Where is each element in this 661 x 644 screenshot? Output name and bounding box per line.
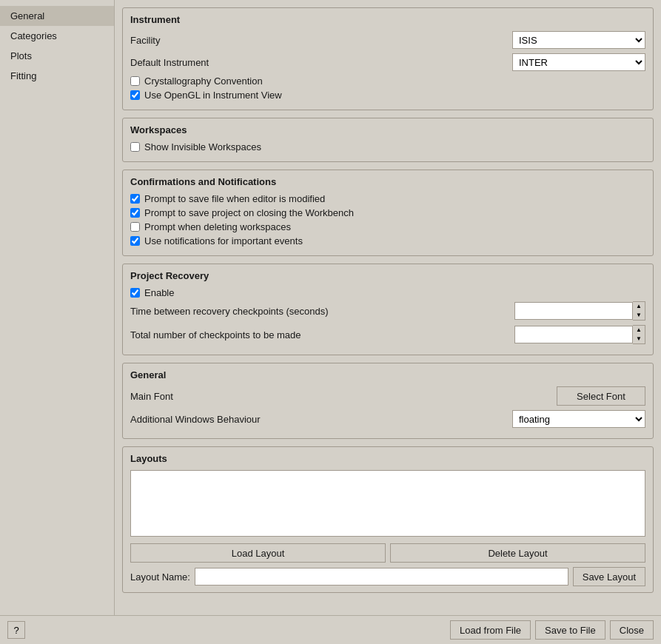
facility-select[interactable]: ISIS SNS ILL [512, 31, 645, 49]
enable-row: Enable [130, 287, 645, 298]
total-checkpoints-spinbox-btns: ▲ ▼ [633, 325, 645, 344]
additional-windows-select[interactable]: floating docked [512, 410, 645, 428]
default-instrument-control: INTER CRISP SURF POLREF [512, 53, 645, 71]
use-notifications-checkbox[interactable] [130, 236, 140, 246]
load-from-file-button[interactable]: Load from File [450, 620, 531, 640]
additional-windows-row: Additional Windows Behaviour floating do… [130, 410, 645, 428]
additional-windows-control: floating docked [512, 410, 645, 428]
project-recovery-title: Project Recovery [130, 270, 645, 281]
opengl-checkbox[interactable] [130, 90, 140, 100]
total-checkpoints-up-btn[interactable]: ▲ [633, 326, 645, 335]
crystallography-label: Crystallography Convention [144, 76, 263, 87]
crystallography-checkbox[interactable] [130, 76, 140, 86]
enable-checkbox[interactable] [130, 288, 140, 298]
load-layout-button[interactable]: Load Layout [130, 543, 386, 563]
layout-name-input[interactable] [195, 568, 568, 586]
total-checkpoints-label: Total number of checkpoints to be made [130, 329, 514, 341]
save-to-file-button[interactable]: Save to File [535, 620, 605, 640]
layout-name-row: Layout Name: Save Layout [130, 567, 645, 586]
confirmations-section: Confirmations and Notifications Prompt t… [122, 170, 654, 256]
facility-label: Facility [130, 35, 512, 46]
layouts-textarea[interactable] [130, 470, 645, 537]
project-recovery-section: Project Recovery Enable Time between rec… [122, 264, 654, 355]
layouts-section: Layouts Load Layout Delete Layout Layout… [122, 446, 654, 593]
additional-windows-label: Additional Windows Behaviour [130, 414, 512, 425]
layout-name-label: Layout Name: [130, 571, 190, 583]
prompt-save-project-checkbox[interactable] [130, 208, 140, 218]
sidebar-item-plots[interactable]: Plots [0, 46, 114, 66]
confirmations-title: Confirmations and Notifications [130, 176, 645, 187]
use-notifications-row: Use notifications for important events [130, 235, 645, 246]
main-font-control: Select Font [557, 386, 645, 406]
show-invisible-checkbox[interactable] [130, 142, 140, 152]
main-font-label: Main Font [130, 391, 557, 402]
total-checkpoints-input[interactable]: 5 [514, 326, 633, 343]
workspaces-title: Workspaces [130, 124, 645, 135]
default-instrument-row: Default Instrument INTER CRISP SURF POLR… [130, 53, 645, 71]
main-font-row: Main Font Select Font [130, 386, 645, 406]
crystallography-row: Crystallography Convention [130, 76, 645, 87]
prompt-delete-checkbox[interactable] [130, 222, 140, 232]
total-checkpoints-control: 5 ▲ ▼ [514, 325, 645, 344]
bottom-left: ? [7, 621, 25, 639]
prompt-save-project-label: Prompt to save project on closing the Wo… [144, 207, 354, 218]
prompt-save-file-label: Prompt to save file when editor is modif… [144, 193, 325, 204]
prompt-save-file-row: Prompt to save file when editor is modif… [130, 193, 645, 204]
workspaces-section: Workspaces Show Invisible Workspaces [122, 118, 654, 162]
opengl-label: Use OpenGL in Instrument View [144, 90, 282, 101]
time-between-down-btn[interactable]: ▼ [633, 311, 645, 320]
prompt-delete-row: Prompt when deleting workspaces [130, 221, 645, 232]
sidebar-item-categories[interactable]: Categories [0, 26, 114, 46]
general-settings-section: General Main Font Select Font Additional… [122, 363, 654, 439]
general-settings-title: General [130, 369, 645, 380]
default-instrument-label: Default Instrument [130, 57, 512, 68]
time-between-control: 60 ▲ ▼ [514, 301, 645, 321]
help-button[interactable]: ? [7, 621, 25, 639]
time-between-input[interactable]: 60 [514, 302, 633, 320]
time-between-spinbox-btns: ▲ ▼ [633, 301, 645, 321]
total-checkpoints-row: Total number of checkpoints to be made 5… [130, 325, 645, 344]
use-notifications-label: Use notifications for important events [144, 235, 303, 246]
layouts-buttons-row: Load Layout Delete Layout [130, 543, 645, 563]
close-button[interactable]: Close [610, 620, 654, 640]
bottom-right: Load from File Save to File Close [450, 620, 654, 640]
show-invisible-label: Show Invisible Workspaces [144, 141, 261, 152]
instrument-title: Instrument [130, 14, 645, 25]
instrument-section: Instrument Facility ISIS SNS ILL Default… [122, 7, 654, 110]
enable-label: Enable [144, 287, 174, 298]
prompt-save-file-checkbox[interactable] [130, 194, 140, 204]
save-layout-button[interactable]: Save Layout [573, 567, 645, 586]
delete-layout-button[interactable]: Delete Layout [390, 543, 645, 563]
default-instrument-select[interactable]: INTER CRISP SURF POLREF [512, 53, 645, 71]
layouts-title: Layouts [130, 453, 645, 464]
facility-control: ISIS SNS ILL [512, 31, 645, 49]
opengl-row: Use OpenGL in Instrument View [130, 90, 645, 101]
sidebar-item-fitting[interactable]: Fitting [0, 66, 114, 86]
select-font-button[interactable]: Select Font [557, 386, 645, 406]
time-between-up-btn[interactable]: ▲ [633, 302, 645, 311]
sidebar-item-general[interactable]: General [0, 6, 114, 26]
prompt-delete-label: Prompt when deleting workspaces [144, 221, 291, 232]
time-between-label: Time between recovery checkpoints (secon… [130, 306, 514, 317]
prompt-save-project-row: Prompt to save project on closing the Wo… [130, 207, 645, 218]
time-between-row: Time between recovery checkpoints (secon… [130, 301, 645, 321]
sidebar: General Categories Plots Fitting [0, 0, 115, 615]
bottom-bar: ? Load from File Save to File Close [0, 615, 661, 644]
content-area: Instrument Facility ISIS SNS ILL Default… [115, 0, 661, 615]
facility-row: Facility ISIS SNS ILL [130, 31, 645, 49]
total-checkpoints-down-btn[interactable]: ▼ [633, 335, 645, 343]
show-invisible-row: Show Invisible Workspaces [130, 141, 645, 152]
